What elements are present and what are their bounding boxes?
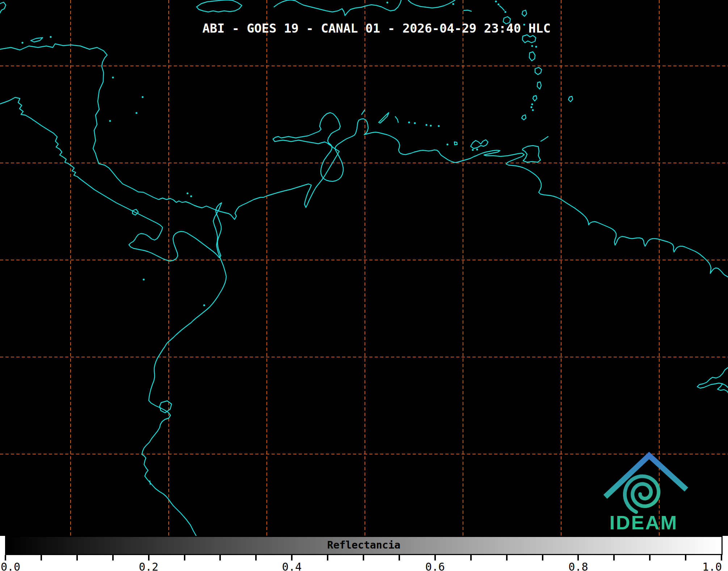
coastlines — [0, 0, 728, 536]
colorbar-tick — [613, 555, 615, 560]
island-dot — [21, 42, 23, 43]
coastline-path — [522, 35, 536, 43]
colorbar-tick — [255, 555, 257, 560]
colorbar-tick — [685, 555, 686, 560]
colorbar-tick — [219, 555, 221, 560]
colorbar-tick — [291, 555, 293, 560]
island-dot — [452, 3, 454, 5]
colorbar-tick-label: 0.4 — [282, 560, 302, 571]
graticule-gridlines — [0, 0, 728, 536]
island-dot — [495, 0, 497, 2]
colorbar-tick-label: 0.6 — [425, 560, 445, 571]
island-dot — [532, 109, 534, 111]
colorbar-tick — [184, 555, 185, 560]
coastline-path — [535, 67, 542, 75]
coastline-path — [471, 140, 488, 148]
colorbar-tick — [434, 555, 436, 560]
island-dot — [504, 11, 506, 13]
island-dot — [135, 112, 137, 114]
colorbar-strip: Reflectancia 0.00.20.40.60.81.0 — [0, 536, 728, 571]
island-dot — [109, 120, 111, 122]
coastline-path — [274, 0, 401, 16]
island-dot — [425, 124, 427, 126]
coastline-path — [454, 142, 457, 145]
island-dot — [386, 1, 388, 3]
colorbar-tick — [363, 555, 364, 560]
coastline-path — [697, 368, 728, 388]
island-dot — [530, 106, 532, 108]
coastline-path — [522, 146, 540, 162]
island-dot — [190, 195, 192, 197]
colorbar-tick-label: 0.0 — [1, 560, 20, 571]
coastline-path — [537, 82, 541, 89]
island-dot — [438, 125, 439, 127]
coastline-path — [408, 0, 455, 8]
colorbar-tick — [506, 555, 508, 560]
coastline-path — [464, 10, 471, 11]
colorbar-tick — [41, 555, 42, 560]
island-dot — [430, 125, 432, 126]
coastline-path — [568, 96, 573, 102]
coastline-path — [500, 6, 504, 11]
coastline-path — [522, 115, 526, 120]
ideam-logo: IDEAM — [605, 455, 686, 533]
colorbar-label: Reflectancia — [5, 536, 723, 555]
island-dot — [143, 278, 144, 280]
island-dot — [446, 143, 448, 145]
island-dot — [531, 103, 533, 105]
coastline-path — [197, 0, 242, 12]
coastline-path — [533, 96, 537, 101]
coastline-path — [529, 52, 535, 61]
colorbar-tick-label: 0.8 — [568, 560, 588, 571]
colorbar-tick-label: 0.2 — [139, 560, 159, 571]
colorbar-tick — [399, 555, 400, 560]
island-dot — [531, 45, 533, 47]
coastline-path — [379, 113, 389, 123]
island-dot — [472, 149, 474, 151]
product-title: ABI - GOES 19 - CANAL 01 - 2026-04-29 23… — [202, 21, 551, 35]
island-dot — [497, 3, 499, 5]
colorbar-tick — [470, 555, 472, 560]
colorbar-tick — [148, 555, 150, 560]
coastline-path — [718, 384, 728, 392]
island-dot — [50, 36, 51, 38]
island-dot — [203, 304, 205, 306]
map-canvas: IDEAM — [0, 0, 728, 536]
colorbar-tick — [76, 555, 78, 560]
colorbar-tick — [327, 555, 328, 560]
island-dot — [112, 76, 114, 78]
coastline-path — [150, 481, 150, 484]
colorbar-tick — [649, 555, 651, 560]
island-dot — [142, 96, 143, 98]
colorbar-tick — [542, 555, 543, 560]
island-dot — [408, 121, 410, 123]
coastline-path — [522, 10, 527, 16]
island-dot — [535, 46, 537, 47]
island-dot — [476, 148, 478, 150]
coastline-path — [0, 2, 6, 13]
colorbar-tick — [112, 555, 114, 560]
island-dot — [414, 122, 416, 124]
colorbar-tick-label: 1.0 — [702, 560, 722, 571]
logo-wordmark: IDEAM — [610, 512, 678, 533]
coastline-path — [395, 117, 398, 122]
colorbar-tick — [577, 555, 579, 560]
logo-hurricane-swirl-icon — [625, 476, 658, 512]
colorbar-tick — [721, 555, 722, 560]
coastline-path — [541, 137, 548, 141]
satellite-product-screen: IDEAM ABI - GOES 19 - CANAL 01 - 2026-04… — [0, 0, 728, 571]
island-dot — [186, 192, 188, 194]
colorbar-tick — [5, 555, 6, 560]
map-area: IDEAM ABI - GOES 19 - CANAL 01 - 2026-04… — [0, 0, 728, 536]
coastline-path — [31, 38, 43, 42]
coastline-path — [362, 110, 365, 114]
coastline-path — [0, 44, 728, 277]
